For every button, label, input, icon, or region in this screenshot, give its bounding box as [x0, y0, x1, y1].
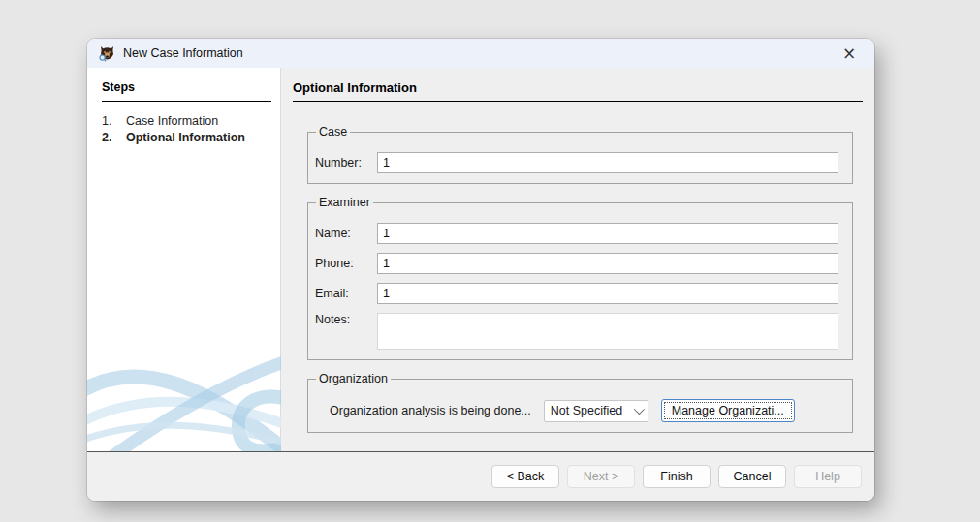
help-button: Help: [794, 465, 862, 488]
organization-group-legend: Organization: [316, 372, 391, 385]
examiner-group: Examiner Name: Phone: Email: Notes:: [307, 196, 853, 360]
organization-select-value: Not Specified: [551, 404, 630, 417]
examiner-phone-label: Phone:: [315, 257, 377, 270]
back-button[interactable]: < Back: [491, 465, 559, 488]
examiner-email-label: Email:: [315, 287, 377, 300]
cancel-button[interactable]: Cancel: [718, 465, 786, 488]
step-item-case-information: 1. Case Information: [102, 113, 271, 130]
chevron-down-icon: [634, 404, 645, 415]
examiner-phone-input[interactable]: [377, 253, 838, 274]
step-label: Case Information: [126, 113, 218, 130]
examiner-name-input[interactable]: [377, 223, 838, 244]
steps-sidebar: Steps 1. Case Information 2. Optional In…: [87, 68, 281, 451]
case-number-label: Number:: [315, 156, 377, 169]
finish-button[interactable]: Finish: [643, 465, 711, 488]
steps-divider: [102, 101, 271, 102]
examiner-group-legend: Examiner: [316, 196, 373, 209]
panel-title-divider: [293, 101, 863, 102]
organization-group: Organization Organization analysis is be…: [307, 372, 853, 433]
case-number-input[interactable]: [377, 152, 838, 173]
examiner-name-label: Name:: [315, 227, 377, 240]
organization-row: Organization analysis is being done... N…: [330, 399, 839, 422]
steps-heading: Steps: [102, 80, 271, 94]
examiner-email-row: Email:: [315, 283, 839, 304]
new-case-wizard-dialog: New Case Information × Steps 1. Case Inf…: [87, 39, 874, 501]
wizard-button-bar: < Back Next > Finish Cancel Help: [87, 451, 874, 501]
organization-select[interactable]: Not Specified: [544, 400, 648, 422]
examiner-name-row: Name:: [315, 223, 839, 244]
case-group: Case Number:: [307, 125, 853, 184]
case-number-row: Number:: [315, 152, 839, 173]
titlebar: New Case Information ×: [87, 39, 874, 68]
organization-analysis-label: Organization analysis is being done...: [330, 404, 531, 417]
examiner-notes-textarea[interactable]: [377, 313, 838, 350]
examiner-email-input[interactable]: [377, 283, 838, 304]
window-title: New Case Information: [123, 46, 243, 60]
wizard-watermark-graphic: [87, 345, 281, 451]
step-item-optional-information: 2. Optional Information: [102, 130, 271, 146]
wizard-content: Steps 1. Case Information 2. Optional In…: [87, 68, 874, 451]
examiner-notes-row: Notes:: [315, 313, 839, 350]
autopsy-logo-icon: [99, 46, 115, 62]
desktop-background: New Case Information × Steps 1. Case Inf…: [0, 0, 980, 522]
close-button[interactable]: ×: [837, 42, 862, 65]
examiner-phone-row: Phone:: [315, 253, 839, 274]
step-label: Optional Information: [126, 130, 245, 146]
panel-title: Optional Information: [293, 80, 863, 95]
step-number: 1.: [102, 113, 126, 130]
case-group-legend: Case: [316, 125, 350, 138]
examiner-notes-label: Notes:: [315, 313, 377, 326]
optional-information-panel: Optional Information Case Number: Examin…: [281, 68, 874, 451]
step-number: 2.: [102, 130, 126, 146]
next-button: Next >: [567, 465, 635, 488]
manage-organizations-button[interactable]: Manage Organizati...: [661, 399, 795, 422]
